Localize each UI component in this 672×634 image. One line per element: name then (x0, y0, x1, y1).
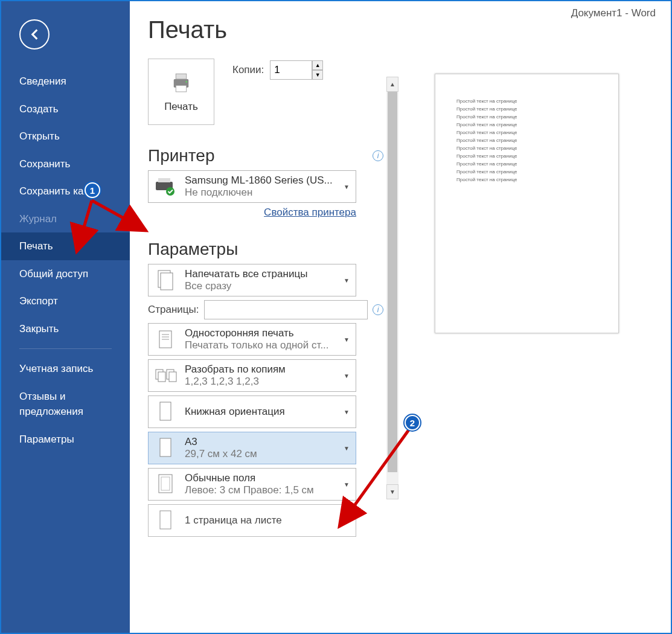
scroll-thumb[interactable] (388, 92, 397, 472)
svg-rect-14 (158, 372, 165, 382)
printer-device-icon (151, 173, 180, 200)
pages-label: Страницы: (148, 304, 199, 316)
svg-rect-18 (160, 438, 171, 456)
svg-rect-17 (160, 402, 171, 420)
copies-label: Копии: (232, 64, 264, 76)
print-button[interactable]: Печать (148, 59, 214, 125)
collate-icon (151, 362, 180, 389)
chevron-down-icon: ▼ (340, 481, 353, 488)
pages-per-sheet-icon (151, 507, 180, 534)
svg-point-6 (166, 187, 174, 196)
pages-input[interactable] (204, 300, 368, 319)
copies-spinner[interactable]: ▲ ▼ (270, 60, 323, 80)
printer-name: Samsung ML-1860 Series (US... (185, 175, 335, 187)
margins-dropdown[interactable]: Обычные поля Левое: 3 см Правое: 1,5 см … (148, 468, 356, 501)
back-button[interactable] (19, 19, 50, 50)
sidebar-item-close[interactable]: Закрыть (1, 315, 130, 343)
sided-dropdown[interactable]: Односторонняя печать Печатать только на … (148, 323, 356, 356)
svg-rect-1 (176, 74, 187, 79)
window-title: Документ1 - Word (571, 7, 656, 19)
chevron-down-icon: ▼ (340, 336, 353, 343)
collate-dropdown[interactable]: Разобрать по копиям 1,2,3 1,2,3 1,2,3 ▼ (148, 359, 356, 392)
svg-point-3 (185, 81, 187, 83)
sidebar-item-new[interactable]: Создать (1, 95, 130, 123)
one-sided-icon (151, 326, 180, 353)
chevron-down-icon: ▼ (340, 184, 353, 190)
svg-rect-21 (160, 511, 171, 529)
copies-down[interactable]: ▼ (312, 70, 323, 80)
printer-properties-link[interactable]: Свойства принтера (264, 207, 356, 218)
sidebar-item-feedback[interactable]: Отзывы и предложения (1, 383, 130, 426)
paper-size-icon (151, 435, 180, 461)
pages-per-sheet-dropdown[interactable]: 1 страница на листе ▼ (148, 504, 356, 537)
svg-rect-16 (169, 372, 176, 382)
sidebar-item-saveas[interactable]: Сохранить как (1, 178, 130, 205)
paper-size-dropdown[interactable]: A3 29,7 см x 42 см ▼ (148, 432, 356, 464)
sidebar-item-open[interactable]: Открыть (1, 123, 130, 150)
section-params: Параметры (148, 240, 238, 259)
printer-status: Не подключен (185, 187, 335, 199)
info-icon[interactable]: i (373, 304, 383, 315)
page-title: Печать (148, 16, 383, 43)
section-printer: Принтер (148, 146, 214, 165)
copies-input[interactable] (270, 60, 312, 80)
chevron-down-icon: ▼ (340, 373, 353, 379)
margins-icon (151, 471, 180, 498)
svg-rect-8 (161, 273, 173, 290)
svg-rect-2 (176, 86, 187, 92)
annotation-callout-1: 1 (85, 182, 100, 198)
printer-dropdown[interactable]: Samsung ML-1860 Series (US... Не подключ… (148, 170, 356, 203)
sidebar-item-save[interactable]: Сохранить (1, 150, 130, 178)
sidebar-item-share[interactable]: Общий доступ (1, 260, 130, 288)
portrait-icon (151, 399, 180, 425)
copies-up[interactable]: ▲ (312, 60, 323, 70)
sidebar-item-export[interactable]: Экспорт (1, 287, 130, 315)
print-preview: Простой текст на странице Простой текст … (398, 1, 671, 633)
orientation-dropdown[interactable]: Книжная ориентация ▼ (148, 395, 356, 428)
sidebar-item-account[interactable]: Учетная запись (1, 355, 130, 383)
chevron-down-icon: ▼ (340, 277, 353, 284)
scroll-up[interactable]: ▲ (386, 77, 398, 92)
chevron-down-icon: ▼ (340, 409, 353, 415)
sidebar-item-info[interactable]: Сведения (1, 68, 130, 95)
printer-icon (168, 71, 194, 96)
print-button-label: Печать (164, 101, 198, 113)
svg-rect-5 (158, 178, 170, 182)
scroll-down[interactable]: ▼ (386, 484, 398, 499)
page-preview: Простой текст на странице Простой текст … (435, 74, 619, 333)
annotation-callout-2: 2 (405, 415, 420, 431)
sidebar-item-history[interactable]: Журнал (1, 205, 130, 233)
info-icon[interactable]: i (373, 150, 383, 161)
print-range-dropdown[interactable]: Напечатать все страницы Все сразу ▼ (148, 264, 356, 296)
chevron-down-icon: ▼ (340, 517, 353, 524)
sidebar-item-print[interactable]: Печать (1, 232, 130, 260)
pages-icon (151, 267, 180, 293)
sidebar-item-options[interactable]: Параметры (1, 426, 130, 453)
chevron-down-icon: ▼ (340, 445, 353, 452)
vertical-scrollbar[interactable]: ▲ ▼ (386, 77, 398, 499)
